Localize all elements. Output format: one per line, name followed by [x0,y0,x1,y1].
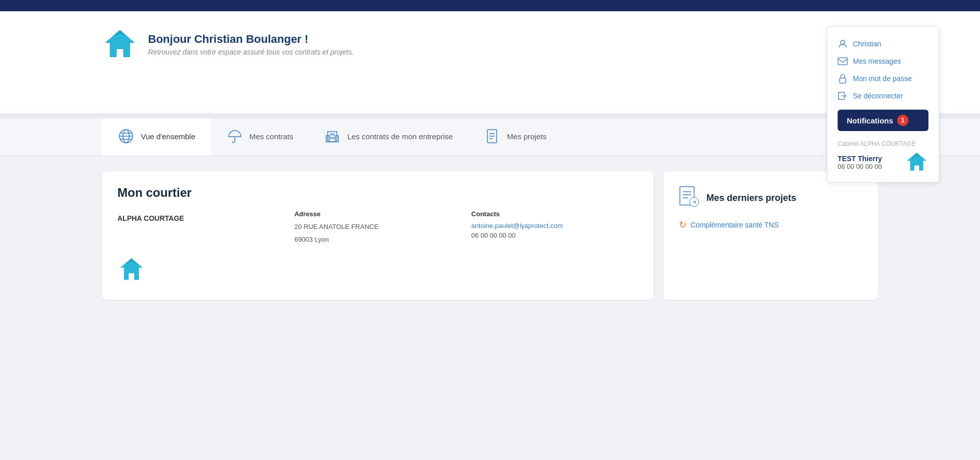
envelope-icon [838,56,848,66]
cabinet-section: Cabinet ALPHA COURTAGE TEST Thierry 06 0… [838,136,928,174]
courtier-phone: 06 00 00 00 00 [471,232,638,239]
notifications-button[interactable]: Notifications 1 [838,110,928,131]
projets-header: Mes derniers projets [679,186,863,210]
tab-mes-projets[interactable]: Mes projets [468,118,562,156]
tab-contrats-entreprise[interactable]: Les contrats de mon entreprise [308,118,468,156]
svg-rect-19 [333,134,334,135]
svg-rect-5 [840,78,846,83]
document-icon [483,127,501,145]
svg-rect-18 [330,134,332,135]
courtier-address-label: Adresse [295,210,461,218]
user-icon [838,39,848,49]
umbrella-icon [226,127,243,145]
user-panel: Christian Mes messages Mon mot de passe [827,27,939,183]
projets-title: Mes derniers projets [706,193,796,203]
agent-name: TEST Thierry [838,155,882,163]
messages-item[interactable]: Mes messages [838,53,928,70]
projets-doc-icon [679,186,699,210]
cabinet-row: TEST Thierry 06 00 00 00 00 [838,150,928,174]
greeting-title: Bonjour Christian Boulanger ! [148,33,354,46]
courtier-title: Mon courtier [117,186,638,200]
password-item[interactable]: Mon mot de passe [838,70,928,87]
svg-rect-4 [838,58,847,65]
logout-item[interactable]: Se déconnecter [838,87,928,105]
projet-item-0[interactable]: ↻ Complémentaire santé TNS [679,219,863,231]
notifications-label: Notifications [847,116,893,125]
svg-point-3 [841,40,845,44]
tab-mes-contrats-label: Mes contrats [250,132,293,141]
courtier-company-col: ALPHA COURTAGE [117,210,284,245]
courtier-grid: ALPHA COURTAGE Adresse 20 RUE ANATOLE FR… [117,210,638,245]
messages-label: Mes messages [853,57,901,65]
username-item[interactable]: Christian [838,35,928,53]
courtier-address-col: Adresse 20 RUE ANATOLE FRANCE 69003 Lyon [295,210,461,245]
svg-rect-20 [330,137,332,139]
content-grid: Mon courtier ALPHA COURTAGE Adresse 20 R… [102,171,878,300]
greeting-subtitle: Retrouvez dans votre espace assuré tous … [148,48,354,56]
svg-rect-21 [333,137,334,139]
logout-icon [838,91,848,101]
cabinet-label: Cabinet ALPHA COURTAGE [838,140,928,147]
password-label: Mon mot de passe [853,74,912,83]
house-icon-small [905,150,928,174]
header-left: Bonjour Christian Boulanger ! Retrouvez … [102,27,949,62]
notifications-badge: 1 [897,115,909,126]
courtier-address-line2: 69003 Lyon [295,235,461,245]
tab-contrats-entreprise-label: Les contrats de mon entreprise [347,132,453,141]
tab-vue-ensemble[interactable]: Vue d'ensemble [102,118,211,156]
globe-icon [117,127,135,145]
courtier-company-name: ALPHA COURTAGE [117,214,284,222]
logout-label: Se déconnecter [853,92,903,100]
lock-icon [838,73,848,84]
cabinet-info: TEST Thierry 06 00 00 00 00 [838,155,882,170]
spinner-icon: ↻ [679,219,687,231]
tab-vue-ensemble-label: Vue d'ensemble [141,132,195,141]
house-icon-bottom [117,255,638,286]
courtier-contacts-label: Contacts [471,210,638,218]
courtier-address-line1: 20 RUE ANATOLE FRANCE [295,222,461,233]
header-area: Bonjour Christian Boulanger ! Retrouvez … [0,11,980,113]
courtier-contacts-col: Contacts antoine.paulet@lyaprotect.com 0… [471,210,638,245]
username-label: Christian [853,40,881,48]
courtier-email[interactable]: antoine.paulet@lyaprotect.com [471,222,638,229]
tab-mes-contrats[interactable]: Mes contrats [211,118,309,156]
courtier-card: Mon courtier ALPHA COURTAGE Adresse 20 R… [102,171,653,300]
header-greeting: Bonjour Christian Boulanger ! Retrouvez … [148,33,354,56]
projets-card: Mes derniers projets ↻ Complémentaire sa… [664,171,878,300]
house-icon-large [102,27,138,62]
main-content: Mon courtier ALPHA COURTAGE Adresse 20 R… [0,156,980,360]
building-icon [324,127,341,145]
top-bar [0,0,980,11]
tab-mes-projets-label: Mes projets [507,132,547,141]
agent-phone: 06 00 00 00 00 [838,163,882,170]
projet-item-0-label: Complémentaire santé TNS [691,221,778,229]
